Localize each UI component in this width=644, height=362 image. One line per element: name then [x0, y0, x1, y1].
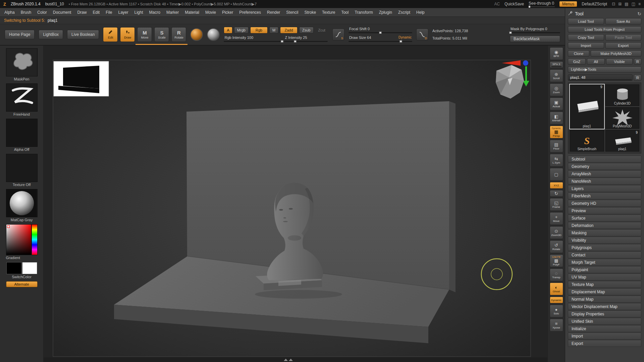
tool-section-export[interactable]: Export: [568, 340, 641, 347]
main-color-swatch[interactable]: [6, 262, 21, 274]
shelf-ghost-button[interactable]: ◐Ghost: [550, 283, 563, 295]
tool-section-vector-displacement-map[interactable]: Vector Displacement Map: [568, 303, 641, 310]
matcap-preview-sphere[interactable]: [207, 28, 220, 41]
tool-section-display-properties[interactable]: Display Properties: [568, 310, 641, 317]
alternate-color-button[interactable]: Alternate: [6, 281, 38, 287]
shelf-xpose-button[interactable]: ≡Xpose: [550, 319, 563, 331]
menu-icon[interactable]: ≡: [638, 2, 641, 6]
draw-size-slider[interactable]: Draw Size 64 Dynamic: [348, 36, 412, 42]
goz-visible-button[interactable]: Visible: [606, 58, 633, 65]
tool-section-preview[interactable]: Preview: [568, 207, 641, 214]
shelf-floor-button[interactable]: ▤Floor: [550, 140, 563, 153]
shelf-zoom-button[interactable]: ◎Zoom: [550, 83, 563, 96]
tool-section-visibility[interactable]: Visibility: [568, 237, 641, 244]
m-button[interactable]: M: [269, 27, 278, 34]
tool-section-unified-skin[interactable]: Unified Skin: [568, 318, 641, 325]
document-viewport[interactable]: [44, 46, 547, 362]
tool-section-contact[interactable]: Contact: [568, 251, 641, 258]
clone-button[interactable]: Clone: [568, 50, 589, 57]
shelf-rotate-button[interactable]: ↺Rotate: [550, 240, 563, 253]
mrgb-button[interactable]: Mrgb: [234, 27, 249, 34]
rgb-intensity-slider[interactable]: Rgb Intensity 100: [224, 36, 282, 42]
zadd-button[interactable]: Zadd: [280, 27, 298, 34]
tool-thumb-cylinder3d[interactable]: Cylinder3D: [605, 84, 640, 106]
tool-thumb-simplebrush[interactable]: S SimpleBrush: [570, 130, 604, 152]
menu-movie[interactable]: Movie: [202, 10, 219, 15]
menu-material[interactable]: Material: [182, 10, 202, 15]
quicksave-button[interactable]: QuickSave: [504, 2, 524, 6]
shelf-scroll-button[interactable]: ⊕Scroll: [550, 69, 563, 82]
zsub-button[interactable]: Zsub: [299, 27, 313, 34]
menu-picker[interactable]: Picker: [219, 10, 236, 15]
divider-icon[interactable]: ▤: [625, 2, 628, 6]
dynamic-draw-size-label[interactable]: Dynamic: [398, 36, 412, 39]
tool-section-geometry-hd[interactable]: Geometry HD: [568, 200, 641, 207]
menu-transform[interactable]: Transform: [352, 10, 376, 15]
secondary-color-swatch[interactable]: [22, 262, 37, 274]
backface-mask-button[interactable]: BackfaceMask: [510, 36, 560, 42]
menu-marker[interactable]: Marker: [163, 10, 182, 15]
draw-mode-button[interactable]: Draw: [120, 27, 135, 42]
make-polymesh3d-button[interactable]: Make PolyMesh3D: [591, 50, 641, 57]
rgb-button[interactable]: Rgb: [250, 27, 268, 34]
saturation-value-square[interactable]: [6, 225, 31, 255]
menu-file[interactable]: File: [103, 10, 115, 15]
move-mode-button[interactable]: M Move: [137, 27, 152, 42]
menu-texture[interactable]: Texture: [319, 10, 338, 15]
goz-button[interactable]: GoZ: [568, 58, 586, 65]
rotate-mode-button[interactable]: R Rotate: [171, 27, 186, 42]
lightbox-tools-button[interactable]: Lightbox▶Tools: [568, 66, 641, 73]
shelf-spin-button[interactable]: ↻: [550, 190, 563, 197]
copy-tool-button[interactable]: Copy Tool: [568, 34, 604, 41]
shelf-polyf-button[interactable]: Line Fill▩PolyF: [550, 254, 563, 267]
menu-stroke[interactable]: Stroke: [301, 10, 319, 15]
current-alpha-selector[interactable]: [6, 119, 38, 147]
menu-brush[interactable]: Brush: [18, 10, 34, 15]
focal-shift-slider[interactable]: Focal Shift 0: [348, 27, 412, 34]
tool-section-normal-map[interactable]: Normal Map: [568, 296, 641, 303]
shelf-zoom3d-button[interactable]: ⊙Zoom3D: [550, 226, 563, 239]
material-preview-sphere[interactable]: [190, 28, 203, 41]
tray-left-icon[interactable]: ⊡: [612, 2, 615, 6]
live-boolean-button[interactable]: Live Boolean: [67, 30, 99, 39]
default-zscript-button[interactable]: DefaultZScript: [582, 2, 607, 6]
edit-mode-button[interactable]: Edit: [103, 27, 118, 42]
menu-zscript[interactable]: Zscript: [395, 10, 413, 15]
menu-color[interactable]: Color: [34, 10, 50, 15]
current-texture-selector[interactable]: [6, 154, 38, 182]
shelf-solo-button[interactable]: ●Solo: [550, 305, 563, 317]
tool-section-surface[interactable]: Surface: [568, 215, 641, 222]
shelf-spix-slider[interactable]: SPix 3: [550, 61, 563, 68]
anchor-a-button[interactable]: A: [224, 27, 232, 34]
mask-by-polygroups-slider[interactable]: Mask By Polygroups 0: [510, 27, 560, 34]
menu-document[interactable]: Document: [50, 10, 74, 15]
load-tool-button[interactable]: Load Tool: [568, 18, 604, 24]
shelf-frame-button[interactable]: ◱Frame: [550, 198, 563, 211]
paste-tool-button[interactable]: Paste Tool: [605, 34, 642, 41]
tool-section-import[interactable]: Import: [568, 333, 641, 340]
zcut-button[interactable]: Zcut: [315, 27, 328, 34]
tool-section-polygroups[interactable]: Polygroups: [568, 244, 641, 251]
tool-thumb-plaq1-selected[interactable]: 9 plaq1: [570, 84, 604, 129]
tool-section-polypaint[interactable]: Polypaint: [568, 266, 641, 273]
tool-thumb-polymesh3d[interactable]: PolyMesh3D: [605, 107, 640, 129]
menu-tool[interactable]: Tool: [338, 10, 352, 15]
menu-light[interactable]: Light: [131, 10, 146, 15]
color-picker[interactable]: [6, 224, 38, 255]
menu-help[interactable]: Help: [413, 10, 428, 15]
tool-section-initialize[interactable]: Initialize: [568, 325, 641, 332]
menu-edit[interactable]: Edit: [90, 10, 103, 15]
current-brush-selector[interactable]: [6, 48, 38, 76]
tool-section-texture-map[interactable]: Texture Map: [568, 281, 641, 288]
shelf-aahalf-button[interactable]: ◧AAHalf: [550, 112, 563, 124]
stroke-curve-button[interactable]: S: [332, 28, 344, 41]
shelf-dynamic-button[interactable]: Dynamic: [550, 297, 563, 303]
shelf-bpr-button[interactable]: ◉BPR: [550, 47, 563, 60]
scale-mode-button[interactable]: S Scale: [154, 27, 169, 42]
menu-alpha[interactable]: Alpha: [1, 10, 18, 15]
tool-section-subtool[interactable]: Subtool: [568, 156, 641, 163]
import-tool-button[interactable]: Import: [568, 42, 604, 49]
shelf-local-button[interactable]: ▢: [550, 168, 563, 181]
tool-section-geometry[interactable]: Geometry: [568, 163, 641, 170]
shelf-move-button[interactable]: +Move: [550, 212, 563, 225]
